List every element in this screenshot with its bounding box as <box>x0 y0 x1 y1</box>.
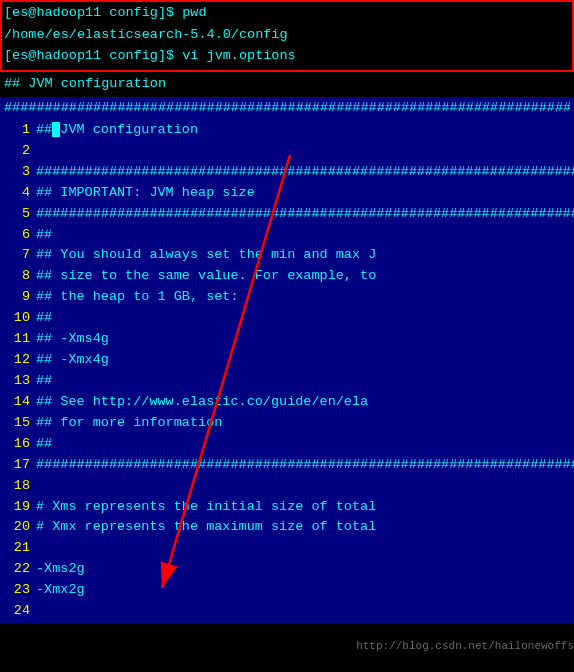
line-number: 8 <box>4 266 30 287</box>
editor-line: 1## JVM configuration <box>4 120 570 141</box>
editor-line: 6## <box>4 225 570 246</box>
line-number: 16 <box>4 434 30 455</box>
watermark: http://blog.csdn.net/hailonewoffs <box>356 640 574 652</box>
line-number: 1 <box>4 120 30 141</box>
line-number: 23 <box>4 580 30 601</box>
line-content: ## for more information <box>36 413 222 434</box>
line-content: ## <box>36 371 52 392</box>
editor-line: 18 <box>4 476 570 497</box>
editor-line: 5#######################################… <box>4 204 570 225</box>
hash-separator-text: ########################################… <box>4 100 570 115</box>
line-number: 19 <box>4 497 30 518</box>
line-number: 3 <box>4 162 30 183</box>
line-content: ## <box>36 225 52 246</box>
line-number: 21 <box>4 538 30 559</box>
line-content: ########################################… <box>36 455 574 476</box>
line-number: 12 <box>4 350 30 371</box>
editor-line: 10## <box>4 308 570 329</box>
command-line-2: /home/es/elasticsearch-5.4.0/config <box>4 24 570 46</box>
editor-line: 16## <box>4 434 570 455</box>
command-line-3: [es@hadoop11 config]$ vi jvm.options <box>4 45 570 67</box>
line-number: 11 <box>4 329 30 350</box>
editor-line: 20# Xmx represents the maximum size of t… <box>4 517 570 538</box>
line-number: 17 <box>4 455 30 476</box>
editor-line: 22-Xms2g <box>4 559 570 580</box>
editor-line: 11## -Xms4g <box>4 329 570 350</box>
editor-line: 2 <box>4 141 570 162</box>
editor-line: 3#######################################… <box>4 162 570 183</box>
line-number: 24 <box>4 601 30 622</box>
editor-line: 13## <box>4 371 570 392</box>
line-content: ## <box>36 308 52 329</box>
line-number: 7 <box>4 245 30 266</box>
line-content: ## <box>36 434 52 455</box>
line-number: 14 <box>4 392 30 413</box>
below-box-section: ## JVM configuration <box>0 72 574 97</box>
line-number: 10 <box>4 308 30 329</box>
editor-line: 19# Xms represents the initial size of t… <box>4 497 570 518</box>
editor-line: 7## You should always set the min and ma… <box>4 245 570 266</box>
line-content: ## the heap to 1 GB, set: <box>36 287 239 308</box>
line-number: 9 <box>4 287 30 308</box>
line-content: ########################################… <box>36 162 574 183</box>
editor-line: 23-Xmx2g <box>4 580 570 601</box>
top-command-section: [es@hadoop11 config]$ pwd /home/es/elast… <box>0 0 574 72</box>
line-number: 22 <box>4 559 30 580</box>
line-number: 18 <box>4 476 30 497</box>
editor-line: 4## IMPORTANT: JVM heap size <box>4 183 570 204</box>
jvm-comment-line: ## JVM configuration <box>4 74 570 95</box>
editor-line: 21 <box>4 538 570 559</box>
line-content: ## You should always set the min and max… <box>36 245 376 266</box>
line-number: 13 <box>4 371 30 392</box>
editor-area[interactable]: 1## JVM configuration23#################… <box>0 119 574 623</box>
command-line-1: [es@hadoop11 config]$ pwd <box>4 2 570 24</box>
editor-line: 14## See http://www.elastic.co/guide/en/… <box>4 392 570 413</box>
line-content: # Xmx represents the maximum size of tot… <box>36 517 376 538</box>
editor-line: 17######################################… <box>4 455 570 476</box>
line-number: 4 <box>4 183 30 204</box>
line-number: 15 <box>4 413 30 434</box>
line-content: ## size to the same value. For example, … <box>36 266 376 287</box>
editor-line: 24 <box>4 601 570 622</box>
editor-line: 15## for more information <box>4 413 570 434</box>
terminal-window: [es@hadoop11 config]$ pwd /home/es/elast… <box>0 0 574 672</box>
line-content: ## IMPORTANT: JVM heap size <box>36 183 255 204</box>
line-number: 2 <box>4 141 30 162</box>
editor-line: 9## the heap to 1 GB, set: <box>4 287 570 308</box>
line-content: ## -Xmx4g <box>36 350 109 371</box>
editor-line: 12## -Xmx4g <box>4 350 570 371</box>
line-content: # Xms represents the initial size of tot… <box>36 497 376 518</box>
line-number: 5 <box>4 204 30 225</box>
line-content: ########################################… <box>36 204 574 225</box>
line-content: ## JVM configuration <box>36 120 198 141</box>
hash-separator: ########################################… <box>0 97 574 119</box>
line-content: -Xms2g <box>36 559 85 580</box>
line-content: -Xmx2g <box>36 580 85 601</box>
line-number: 6 <box>4 225 30 246</box>
line-content: ## -Xms4g <box>36 329 109 350</box>
editor-line: 8## size to the same value. For example,… <box>4 266 570 287</box>
line-number: 20 <box>4 517 30 538</box>
line-content: ## See http://www.elastic.co/guide/en/el… <box>36 392 368 413</box>
